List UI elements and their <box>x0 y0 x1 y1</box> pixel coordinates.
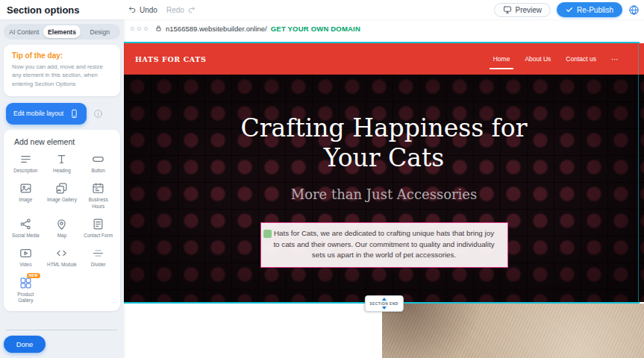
republish-button[interactable]: Re-Publish <box>557 2 622 17</box>
nav-item-about-us[interactable]: About Us <box>525 52 551 66</box>
topbar-actions: Preview Re-Publish <box>494 2 640 17</box>
section-selection-top-line <box>124 42 640 43</box>
app-root: Section options Undo Redo Preview Re-Pub… <box>0 0 644 358</box>
edit-mobile-layout-button[interactable]: Edit mobile layout <box>6 103 87 125</box>
contact-form-icon <box>92 218 104 230</box>
element-label: Map <box>57 233 66 239</box>
window-dot-icon <box>137 27 141 31</box>
window-dot-icon <box>131 27 134 31</box>
hero-title[interactable]: Crafting Happiness for Your Cats <box>220 113 548 174</box>
site-canvas: HATS FOR CATS Home About Us Contact us ⋯… <box>124 37 644 358</box>
product-gallery-icon: NEW <box>19 277 32 289</box>
nav-item-home[interactable]: Home <box>493 52 510 66</box>
element-label: HTML Module <box>47 262 77 268</box>
tab-ai-content[interactable]: AI Content <box>5 25 43 38</box>
social-media-icon <box>19 218 32 230</box>
add-element-image-gallery[interactable]: Image Gallery <box>44 182 81 210</box>
section-end-resize-handle[interactable]: SECTION END <box>364 295 403 312</box>
undo-icon <box>128 6 137 14</box>
element-label: Heading <box>53 168 71 174</box>
element-drag-handle[interactable] <box>263 230 272 238</box>
html-module-icon <box>55 247 68 260</box>
redo-icon <box>187 6 196 14</box>
element-label: Image <box>19 197 32 203</box>
info-icon <box>93 109 103 119</box>
sidebar-tabs: AI Content Elements Design <box>4 24 120 40</box>
divider-icon <box>92 247 104 260</box>
site-url: n1566589.websitebuilder.online/ <box>166 25 267 33</box>
preview-label: Preview <box>516 6 543 14</box>
site-header: HATS FOR CATS Home About Us Contact us ⋯ <box>124 43 644 75</box>
undo-button[interactable]: Undo <box>126 4 160 16</box>
element-label: Product Gallery <box>10 292 41 304</box>
tab-elements[interactable]: Elements <box>43 25 81 38</box>
mobile-layout-row: Edit mobile layout <box>6 103 120 125</box>
add-element-divider[interactable]: Divider <box>80 247 116 268</box>
history-controls: Undo Redo <box>126 4 198 16</box>
element-grid: Description Heading Button Image Image G… <box>7 153 116 304</box>
add-element-video[interactable]: Video <box>7 247 44 268</box>
arrow-up-icon <box>381 298 386 301</box>
browser-bar: n1566589.websitebuilder.online/ GET YOUR… <box>124 19 644 37</box>
tip-body: Now you can add, move and resize any ele… <box>12 63 112 88</box>
site-nav: Home About Us Contact us ⋯ <box>493 52 633 66</box>
element-label: Social Media <box>12 233 40 239</box>
redo-button[interactable]: Redo <box>164 4 198 16</box>
add-element-button[interactable]: Button <box>80 153 116 174</box>
hero-subtitle[interactable]: More than Just Accessories <box>124 186 644 202</box>
add-element-image[interactable]: Image <box>7 182 44 210</box>
preview-button[interactable]: Preview <box>494 3 551 17</box>
edit-mobile-label: Edit mobile layout <box>13 110 63 117</box>
button-icon <box>92 153 104 166</box>
section-selection-right-line <box>638 42 639 304</box>
tab-design[interactable]: Design <box>81 25 119 38</box>
add-element-product-gallery[interactable]: NEW Product Gallery <box>7 277 44 304</box>
phone-icon <box>69 109 79 119</box>
lock-icon <box>155 25 162 32</box>
add-element-heading[interactable]: Heading <box>44 153 81 174</box>
add-element-map[interactable]: Map <box>44 218 81 239</box>
carpet-photo <box>382 304 644 358</box>
image-icon <box>19 182 32 195</box>
element-label: Description <box>13 168 37 174</box>
done-button[interactable]: Done <box>4 336 46 353</box>
nav-item-contact-us[interactable]: Contact us <box>566 52 596 66</box>
description-icon <box>19 153 32 166</box>
element-label: Image Gallery <box>47 197 77 203</box>
video-icon <box>19 247 32 260</box>
tip-of-the-day-card: Tip of the day: Now you can add, move an… <box>4 45 120 96</box>
sidebar: AI Content Elements Design Tip of the da… <box>0 19 124 358</box>
new-badge: NEW <box>27 273 40 278</box>
topbar: Section options Undo Redo Preview Re-Pub… <box>0 0 644 19</box>
nav-more-icon[interactable]: ⋯ <box>611 55 619 63</box>
element-label: Business Hours <box>83 197 114 210</box>
add-element-html-module[interactable]: HTML Module <box>44 247 81 268</box>
site-logo[interactable]: HATS FOR CATS <box>135 55 206 63</box>
element-label: Video <box>19 262 31 268</box>
get-domain-link[interactable]: GET YOUR OWN DOMAIN <box>271 25 360 33</box>
check-icon <box>566 6 573 13</box>
main-preview: n1566589.websitebuilder.online/ GET YOUR… <box>124 19 644 358</box>
map-pin-icon <box>55 218 68 230</box>
arrow-down-icon <box>381 307 386 310</box>
business-hours-icon <box>92 182 104 195</box>
section-end-label: SECTION END <box>369 302 398 306</box>
hero-paragraph-box[interactable]: Hats for Cats, we are dedicated to craft… <box>260 222 508 268</box>
add-element-description[interactable]: Description <box>7 153 44 174</box>
add-element-social-media[interactable]: Social Media <box>7 218 44 239</box>
undo-label: Undo <box>140 6 157 14</box>
image-gallery-icon <box>55 182 68 195</box>
add-element-business-hours[interactable]: Business Hours <box>80 182 116 210</box>
add-element-contact-form[interactable]: Contact Form <box>80 218 116 239</box>
language-globe-icon[interactable] <box>628 4 640 16</box>
add-new-element-panel: Add new element Description Heading Butt… <box>4 130 120 311</box>
monitor-icon <box>503 5 512 14</box>
page-title: Section options <box>7 4 80 16</box>
heading-icon <box>55 153 68 166</box>
redo-label: Redo <box>166 6 184 14</box>
element-label: Button <box>91 168 104 174</box>
element-label: Divider <box>91 262 106 268</box>
hero-section[interactable]: Crafting Happiness for Your Cats More th… <box>124 75 644 302</box>
sidebar-divider <box>6 330 117 330</box>
info-button[interactable] <box>93 109 103 119</box>
